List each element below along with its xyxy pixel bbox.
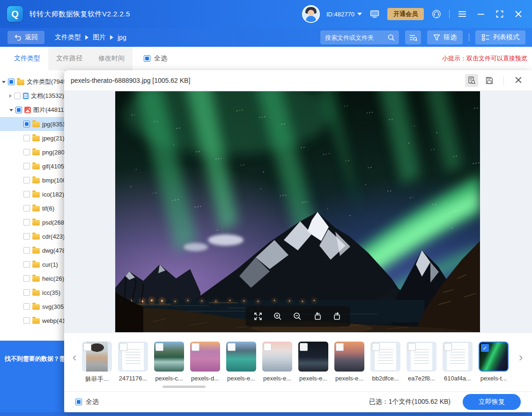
tree-checkbox[interactable] [23,247,30,254]
tree-checkbox[interactable] [23,163,30,169]
thumbnail-doc[interactable]: 610af4a... [443,342,473,383]
tree-checkbox[interactable] [14,93,21,99]
save-file-button[interactable] [483,74,496,87]
fullscreen-button[interactable] [252,310,264,322]
close-button[interactable] [512,8,525,20]
thumbnail-checkbox[interactable] [372,343,380,351]
thumbnail-image[interactable] [82,342,112,372]
preview-mode-button[interactable] [465,74,478,87]
modal-close-button[interactable]: ✕ [511,74,525,87]
thumbnail-image[interactable] [118,342,148,372]
tree-checkbox[interactable] [23,317,30,324]
sidebar-item-icc-35-[interactable]: icc(35) [0,285,64,299]
thumbnail-image[interactable] [154,342,184,372]
zoom-out-button[interactable] [291,310,303,322]
thumbnail-checkbox[interactable] [264,343,272,351]
sidebar-item-tif-6-[interactable]: tif(6) [0,201,64,215]
thumbnail-turquoise[interactable]: pexels-e... [226,342,256,383]
user-id-dropdown[interactable]: ID:482770 [326,11,362,18]
thumbnail-aurora[interactable]: pexels-t... [479,342,509,383]
thumbnail-image[interactable] [298,342,328,372]
thumbnail-checkbox[interactable] [192,343,200,351]
breadcrumb-mid[interactable]: 图片 [93,33,106,42]
sidebar-item-webp-41-[interactable]: webp(41) [0,314,64,328]
sidebar-item-psd-2681-[interactable]: psd(2681) [0,215,64,229]
thumbnail-doc[interactable]: 2471176... [118,342,148,383]
thumbnail-image[interactable] [443,342,473,372]
monitor-button[interactable] [369,8,381,20]
sidebar-item-png-28056[interactable]: png(28056 [0,145,64,159]
tab-file-path[interactable]: 文件路径 [48,47,90,70]
thumbnail-snowpink[interactable]: pexels-e... [262,342,292,383]
thumbnail-image[interactable] [334,342,364,372]
thumbnail-checkbox[interactable] [155,343,163,351]
breadcrumb-root[interactable]: 文件类型 [55,33,81,42]
tree-checkbox[interactable] [23,135,30,141]
sidebar-promo-banner[interactable]: 找不到需要的数据？需 [0,341,64,416]
sidebar-item-heic-26-[interactable]: heic(26) [0,271,64,285]
sidebar-item-ico-182-[interactable]: ico(182) [0,187,64,201]
list-mode-button[interactable]: 列表模式 [475,30,525,44]
thumbnail-nightmtn[interactable]: pexels-e... [298,342,328,383]
tree-checkbox[interactable] [23,149,30,155]
tree-checkbox[interactable] [23,233,30,240]
sidebar-item-gif-4105-[interactable]: gif(4105) [0,159,64,173]
tree-checkbox[interactable] [23,205,30,212]
thumbnail-portrait[interactable]: 躰菲手... [82,342,112,383]
tab-modified-time[interactable]: 修改时间 [90,47,133,70]
thumbs-next-button[interactable]: › [515,351,526,363]
thumbnail-checkbox[interactable] [408,343,416,351]
search-input[interactable] [324,34,387,42]
rotate-left-button[interactable] [311,310,324,322]
recover-button[interactable]: 立即恢复 [463,394,521,410]
tree-checkbox[interactable] [23,303,30,310]
sidebar-item--13532-[interactable]: 文档(13532) [0,89,64,103]
thumbs-prev-button[interactable]: ‹ [69,351,80,363]
filter-button[interactable]: 筛选 [427,30,463,44]
back-button[interactable]: 返回 [7,31,44,44]
sidebar-item-bmp-100-[interactable]: bmp(100) [0,173,64,187]
sidebar-item-cur-1-[interactable]: cur(1) [0,257,64,271]
tree-checkbox[interactable] [15,107,22,113]
thumbnail-image[interactable] [226,342,256,372]
thumbnail-lake[interactable]: pexels-c... [154,342,184,383]
tree-checkbox[interactable] [23,177,30,183]
menu-button[interactable] [456,8,468,20]
thumbnail-checkbox[interactable] [444,343,452,351]
thumbnail-doc[interactable]: ea7e2f8... [406,342,436,383]
tree-checkbox[interactable] [23,191,30,197]
thumbnail-image[interactable] [190,342,220,372]
vip-button[interactable]: 开通会员 [387,8,424,20]
thumbnail-image[interactable] [370,342,400,372]
tree-expander-icon[interactable] [9,109,13,111]
thumbnail-checkbox[interactable] [83,343,91,351]
tree-checkbox[interactable] [23,121,30,127]
search-box[interactable] [320,30,399,44]
thumbnail-doc[interactable]: bb2dfce... [370,342,400,383]
tree-checkbox[interactable] [8,79,15,85]
zoom-in-button[interactable] [272,310,284,322]
user-avatar[interactable] [302,5,320,23]
minimize-button[interactable] [475,8,487,20]
sidebar-item-svg-305-[interactable]: svg(305) [0,299,64,314]
thumbnail-sunsetcoast[interactable]: pexels-e... [334,342,364,383]
maximize-button[interactable] [494,8,506,20]
thumbnail-checkbox[interactable] [119,343,127,351]
tree-checkbox[interactable] [23,219,30,226]
tree-expander-icon[interactable] [9,94,12,98]
search-icon[interactable] [387,34,395,42]
select-all-checkbox-top[interactable] [144,55,150,62]
tree-expander-icon[interactable] [2,81,6,83]
tree-checkbox[interactable] [23,261,30,268]
thumbnail-checkbox[interactable] [300,343,308,351]
breadcrumb-leaf[interactable]: jpg [118,34,126,41]
select-all-checkbox-bottom[interactable] [75,399,82,405]
thumbnail-checkbox[interactable] [481,344,489,352]
tree-checkbox[interactable] [23,275,30,282]
sidebar-item-jpg-8351-[interactable]: jpg(8351) [0,117,64,131]
sidebar-item--44811-[interactable]: 图片(44811) [0,103,64,117]
tab-file-type[interactable]: 文件类型 [6,47,48,70]
sidebar-item-cdr-423-[interactable]: cdr(423) [0,229,64,243]
deep-search-button[interactable] [405,30,421,44]
thumbnail-image[interactable] [262,342,292,372]
